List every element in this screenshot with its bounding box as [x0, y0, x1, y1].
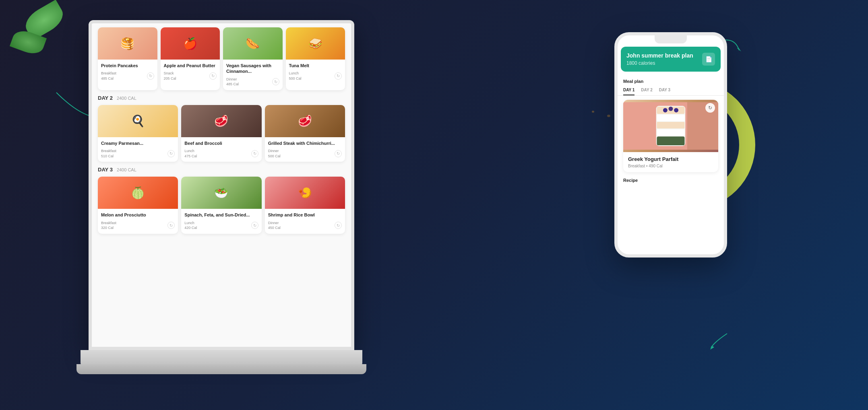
svg-rect-9	[657, 136, 685, 145]
meal-meta-melon: Breakfast 320 Cal	[101, 220, 116, 231]
day3-meal-grid: 🍈 Melon and Prosciutto Breakfast 320 Cal…	[98, 177, 345, 233]
meal-meta-pancakes: Breakfast 485 Cal	[101, 71, 116, 81]
meal-title-spinach: Spinach, Feta, and Sun-Dried...	[184, 212, 258, 218]
plan-header-card: John summer break plan 1800 calories 📄	[621, 47, 721, 72]
plan-title: John summer break plan	[626, 52, 693, 59]
meal-title-tuna: Tuna Melt	[289, 63, 342, 68]
meal-title-melon: Melon and Prosciutto	[101, 212, 175, 218]
seed-1	[607, 115, 610, 117]
featured-meal-image: ↻	[623, 100, 718, 152]
refresh-button-apple[interactable]: ↻	[209, 72, 217, 80]
svg-rect-13	[623, 102, 654, 150]
meal-image-beef: 🥩	[181, 105, 261, 137]
meal-meta-steak: Dinner 500 Cal	[268, 148, 281, 159]
meal-title-pancakes: Protein Pancakes	[101, 63, 154, 68]
plan-calories: 1800 calories	[626, 60, 693, 66]
meal-title-shrimp: Shrimp and Rice Bowl	[268, 212, 342, 218]
featured-meal-card[interactable]: ↻ Greek Yogurt Parfait Breakfast • 490 C…	[623, 100, 718, 172]
refresh-button-beef[interactable]: ↻	[251, 150, 258, 157]
meal-title-beef: Beef and Broccoli	[184, 140, 258, 146]
meal-card-melon[interactable]: 🍈 Melon and Prosciutto Breakfast 320 Cal…	[98, 177, 178, 233]
meal-card-creamy[interactable]: 🍳 Creamy Parmesan... Breakfast 510 Cal ↻	[98, 105, 178, 162]
meal-image-vegan: 🌭	[223, 27, 283, 60]
meal-card-vegan[interactable]: 🌭 Vegan Sausages with Cinnamon... Dinner…	[223, 27, 283, 90]
day2-label: DAY 2	[98, 95, 113, 101]
phone-mockup: John summer break plan 1800 calories 📄 M…	[614, 32, 727, 258]
laptop-base	[81, 350, 362, 366]
meal-meta-creamy: Breakfast 510 Cal	[101, 148, 116, 159]
refresh-button-creamy[interactable]: ↻	[167, 150, 175, 157]
meal-title-vegan: Vegan Sausages with Cinnamon...	[226, 63, 279, 74]
refresh-button-pancakes[interactable]: ↻	[147, 72, 154, 80]
svg-point-11	[669, 107, 673, 111]
meal-meta-beef: Lunch 475 Cal	[184, 148, 197, 159]
svg-point-12	[674, 108, 678, 113]
svg-rect-6	[657, 115, 685, 121]
refresh-button-tuna[interactable]: ↻	[335, 72, 342, 80]
day3-header: DAY 3 2400 CAL	[98, 167, 345, 173]
meal-image-shrimp: 🍤	[265, 177, 345, 209]
day3-cal: 2400 CAL	[117, 167, 136, 172]
meal-card-tuna[interactable]: 🥪 Tuna Melt Lunch 500 Cal ↻	[286, 27, 345, 90]
meal-image-creamy: 🍳	[98, 105, 178, 137]
meal-image-tuna: 🥪	[286, 27, 345, 60]
seed-3	[592, 111, 594, 113]
day2-header: DAY 2 2400 CAL	[98, 95, 345, 101]
meal-card-steak[interactable]: 🥩 Grilled Steak with Chimichurri... Dinn…	[265, 105, 345, 162]
refresh-button-vegan[interactable]: ↻	[272, 78, 279, 85]
laptop-screen: 🥞 Protein Pancakes Breakfast 485 Cal ↻	[89, 20, 354, 350]
plan-pdf-icon[interactable]: 📄	[702, 53, 715, 66]
tab-day2[interactable]: DAY 2	[641, 85, 652, 95]
laptop-foot	[76, 364, 366, 374]
meal-card-apple[interactable]: 🍎 Apple and Peanut Butter Snack 205 Cal …	[161, 27, 220, 90]
phone-notch	[655, 35, 687, 43]
recipe-section-label: Recipe	[618, 176, 724, 185]
meal-image-melon: 🍈	[98, 177, 178, 209]
svg-rect-7	[657, 122, 685, 128]
meal-meta-shrimp: Dinner 450 Cal	[268, 220, 281, 231]
tab-day1[interactable]: DAY 1	[623, 85, 634, 95]
meal-meta-vegan: Dinner 485 Cal	[226, 77, 239, 87]
meal-image-apple: 🍎	[161, 27, 220, 60]
meal-card-pancakes[interactable]: 🥞 Protein Pancakes Breakfast 485 Cal ↻	[98, 27, 157, 90]
day2-cal: 2400 CAL	[117, 96, 136, 101]
refresh-button-shrimp[interactable]: ↻	[335, 222, 342, 229]
meal-image-pancakes: 🥞	[98, 27, 157, 60]
svg-point-10	[663, 108, 668, 113]
meal-plan-label: Meal plan	[618, 75, 724, 85]
day1-meal-grid: 🥞 Protein Pancakes Breakfast 485 Cal ↻	[98, 27, 345, 90]
laptop-mockup: 🥞 Protein Pancakes Breakfast 485 Cal ↻	[81, 20, 362, 382]
meal-meta-tuna: Lunch 500 Cal	[289, 71, 302, 81]
svg-rect-8	[657, 129, 685, 136]
day-tabs: DAY 1 DAY 2 DAY 3	[618, 85, 724, 96]
tab-day3[interactable]: DAY 3	[659, 85, 670, 95]
featured-meal-meta: Breakfast • 490 Cal	[628, 164, 713, 168]
day2-meal-grid: 🍳 Creamy Parmesan... Breakfast 510 Cal ↻	[98, 105, 345, 162]
meal-card-shrimp[interactable]: 🍤 Shrimp and Rice Bowl Dinner 450 Cal ↻	[265, 177, 345, 233]
meal-title-apple: Apple and Peanut Butter	[164, 63, 217, 68]
meal-image-steak: 🥩	[265, 105, 345, 137]
meal-title-steak: Grilled Steak with Chimichurri...	[268, 140, 342, 146]
refresh-button-melon[interactable]: ↻	[167, 222, 175, 229]
featured-meal-title: Greek Yogurt Parfait	[628, 156, 713, 162]
refresh-button-steak[interactable]: ↻	[335, 150, 342, 157]
screen-content[interactable]: 🥞 Protein Pancakes Breakfast 485 Cal ↻	[92, 23, 351, 347]
refresh-button-spinach[interactable]: ↻	[251, 222, 258, 229]
day3-label: DAY 3	[98, 167, 113, 173]
meal-title-creamy: Creamy Parmesan...	[101, 140, 175, 146]
meal-card-beef[interactable]: 🥩 Beef and Broccoli Lunch 475 Cal ↻	[181, 105, 261, 162]
meal-meta-spinach: Lunch 420 Cal	[184, 220, 197, 231]
featured-meal-refresh[interactable]: ↻	[705, 103, 715, 113]
meal-card-spinach[interactable]: 🥗 Spinach, Feta, and Sun-Dried... Lunch …	[181, 177, 261, 233]
meal-image-spinach: 🥗	[181, 177, 261, 209]
meal-meta-apple: Snack 205 Cal	[164, 71, 176, 81]
